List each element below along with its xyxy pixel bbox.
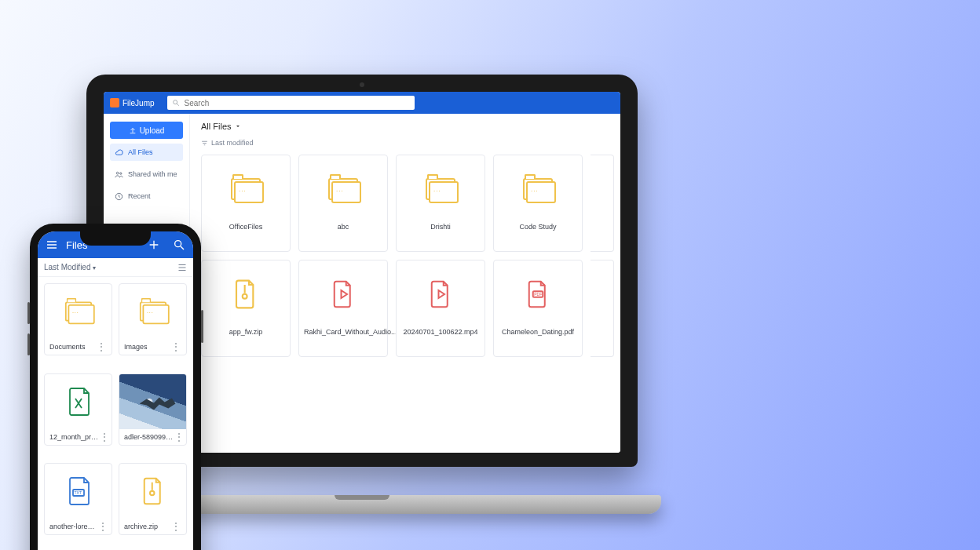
view-toggle-icon[interactable] (177, 263, 187, 272)
cloud-icon (115, 148, 123, 157)
sidebar-item-label: Shared with me (128, 170, 177, 178)
file-name: Rakhi_Card_Without_Audio... (304, 317, 382, 336)
phone-device: Files Last Modified ▾ ··· Documents⋮ ···… (30, 224, 201, 550)
file-name: abc (338, 212, 349, 231)
file-name: 20240701_100622.mp4 (403, 317, 477, 336)
file-name: adler-589099_640.j... (124, 433, 174, 441)
upload-label: Upload (140, 126, 165, 135)
phone-notch (80, 231, 151, 246)
file-card-video[interactable]: Rakhi_Card_Without_Audio... (298, 260, 388, 357)
file-name: 12_month_profit_an... (49, 433, 99, 441)
logo-icon (110, 98, 119, 107)
folder-icon: ··· (522, 176, 554, 202)
file-name: Images (124, 343, 148, 351)
main-panel: All Files Last modified ··· OfficeFiles (190, 114, 620, 453)
pdf-icon: PDF (522, 281, 554, 308)
sort-label: Last modified (211, 139, 254, 147)
laptop-camera-icon (360, 82, 364, 87)
mobile-sort-label: Last Modified (44, 263, 90, 271)
sort-control[interactable]: Last modified (201, 139, 609, 151)
kebab-icon[interactable]: ⋮ (96, 341, 107, 352)
file-card-pdf[interactable]: PDF Chameleon_Dating.pdf (493, 260, 583, 357)
mobile-file-card-image[interactable]: adler-589099_640.j...⋮ (119, 373, 187, 446)
file-card-partial[interactable] (591, 155, 614, 252)
kebab-icon[interactable]: ⋮ (97, 521, 107, 532)
sidebar-item-recent[interactable]: Recent (110, 188, 183, 205)
svg-text:PDF: PDF (534, 292, 542, 297)
file-card-folder[interactable]: ··· OfficeFiles (201, 155, 291, 252)
file-name: Chameleon_Dating.pdf (502, 317, 574, 336)
zip-icon (230, 281, 261, 308)
folder-icon: ··· (425, 176, 456, 202)
breadcrumb[interactable]: All Files (201, 120, 609, 139)
file-grid: ··· OfficeFiles ··· abc ··· Drishti ·· (201, 151, 609, 357)
plus-icon[interactable] (148, 239, 160, 251)
folder-icon: ··· (230, 176, 261, 202)
file-name: Documents (49, 343, 86, 351)
search-icon (172, 99, 180, 107)
file-name: Drishti (430, 212, 451, 231)
file-card-partial[interactable] (591, 260, 614, 357)
app-logo[interactable]: FileJump (104, 98, 163, 107)
mobile-file-card-folder[interactable]: ··· Images⋮ (119, 283, 187, 355)
phone-power-button (201, 310, 203, 343)
mobile-app: Files Last Modified ▾ ··· Documents⋮ ···… (38, 231, 193, 550)
video-icon (425, 281, 456, 308)
file-card-folder[interactable]: ··· Drishti (396, 155, 485, 252)
file-card-zip[interactable]: app_fw.zip (201, 260, 291, 357)
sidebar-item-label: All Files (128, 148, 153, 156)
upload-button[interactable]: Upload (110, 122, 183, 139)
video-icon (327, 281, 359, 308)
phone-volume-down (27, 333, 30, 355)
txt-icon: TXT (45, 464, 112, 519)
search-input[interactable] (185, 99, 410, 107)
sidebar-item-all-files[interactable]: All Files (110, 144, 183, 161)
kebab-icon[interactable]: ⋮ (170, 521, 181, 532)
mobile-sort-control[interactable]: Last Modified ▾ (38, 258, 193, 277)
svg-line-9 (181, 246, 184, 250)
menu-icon[interactable] (46, 239, 58, 251)
excel-icon (45, 374, 112, 429)
svg-line-1 (177, 104, 179, 106)
file-card-folder[interactable]: ··· Code Study (493, 155, 583, 252)
app-header: FileJump (104, 92, 620, 114)
mobile-file-card-zip[interactable]: archive.zip⋮ (119, 463, 187, 535)
svg-point-8 (175, 241, 181, 247)
folder-icon: ··· (119, 284, 186, 339)
folder-icon: ··· (327, 176, 359, 202)
mobile-file-card-folder[interactable]: ··· Documents⋮ (44, 283, 112, 355)
search-icon[interactable] (173, 239, 185, 251)
svg-point-5 (243, 294, 247, 299)
people-icon (115, 170, 123, 179)
svg-point-12 (150, 491, 155, 496)
sidebar-item-shared[interactable]: Shared with me (110, 166, 183, 183)
clock-icon (115, 192, 123, 201)
phone-volume-up (27, 302, 30, 324)
image-thumbnail (119, 374, 186, 429)
chevron-down-icon: ▾ (93, 264, 96, 271)
file-name: app_fw.zip (229, 317, 263, 336)
svg-point-2 (116, 172, 119, 174)
zip-icon (119, 464, 186, 519)
kebab-icon[interactable]: ⋮ (99, 432, 107, 443)
svg-point-0 (173, 100, 177, 104)
search-field[interactable] (167, 96, 415, 110)
mobile-file-card-txt[interactable]: TXT another-lorem.txt⋮ (44, 463, 112, 535)
sidebar-item-label: Recent (128, 192, 151, 200)
mobile-file-grid: ··· Documents⋮ ··· Images⋮ 12_month_prof… (38, 277, 193, 550)
laptop-hinge-notch (335, 495, 389, 500)
svg-text:TXT: TXT (74, 490, 81, 495)
file-name: archive.zip (124, 523, 158, 530)
svg-point-3 (120, 172, 122, 173)
file-name: another-lorem.txt (49, 523, 97, 530)
upload-icon (129, 126, 137, 134)
app-name: FileJump (122, 99, 155, 107)
breadcrumb-label: All Files (201, 122, 232, 131)
file-card-folder[interactable]: ··· abc (298, 155, 388, 252)
kebab-icon[interactable]: ⋮ (170, 341, 181, 352)
mobile-file-card-excel[interactable]: 12_month_profit_an...⋮ (44, 373, 112, 446)
kebab-icon[interactable]: ⋮ (174, 432, 181, 443)
file-name: OfficeFiles (229, 212, 262, 231)
file-card-video[interactable]: 20240701_100622.mp4 (396, 260, 485, 357)
file-name: Code Study (519, 212, 556, 231)
